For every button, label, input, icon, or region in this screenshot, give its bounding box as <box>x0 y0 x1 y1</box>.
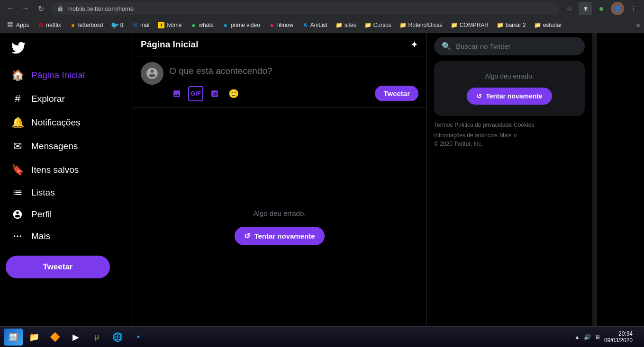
filmow-icon: ● <box>269 22 275 28</box>
profile-ext-button[interactable]: ● <box>595 2 608 15</box>
emoji-icon[interactable]: 🙂 <box>226 86 241 101</box>
browser-topbar: ← → ↻ mobile.twitter.com/home ☆ ⊞ ● 👤 ⋮ <box>0 0 644 17</box>
sidebar-item-notifications[interactable]: 🔔 Notificações <box>6 112 127 133</box>
vlc-button[interactable]: 🔶 <box>45 329 64 346</box>
sidebar-item-explore[interactable]: # Explorar <box>6 88 127 110</box>
bookmark-tvtime-label: tvtime <box>166 22 181 28</box>
right-retry-spinner-icon: ↺ <box>476 92 482 100</box>
bookmark-baixar2[interactable]: 📁 baixar 2 <box>493 20 530 30</box>
bookmark-apps[interactable]: Apps <box>4 20 33 30</box>
bookmark-netflix[interactable]: N netflix <box>34 20 64 30</box>
notifications-icon: 🔔 <box>11 116 24 129</box>
netflix-icon: N <box>37 22 44 28</box>
poll-icon[interactable] <box>207 86 222 101</box>
center-retry-button[interactable]: ↺ Tentar novamente <box>235 227 324 245</box>
twitter-logo[interactable] <box>6 37 127 61</box>
image-upload-icon[interactable] <box>169 86 184 101</box>
bookmarks-overflow[interactable]: » <box>636 21 640 29</box>
svg-rect-3 <box>10 24 13 27</box>
url-text: mobile.twitter.com/home <box>67 5 134 12</box>
bookmark-star-button[interactable]: ☆ <box>562 2 576 15</box>
footer-link-more[interactable]: Mais ∨ <box>499 132 517 139</box>
bookmark-comprar[interactable]: 📁 COMPRAR <box>447 20 492 30</box>
user-avatar-button[interactable]: 👤 <box>611 2 624 15</box>
sparkle-icon[interactable]: ✦ <box>410 39 418 50</box>
sites-folder-icon: 📁 <box>336 22 343 28</box>
bookmark-primevideo[interactable]: ● prime video <box>218 20 264 30</box>
sidebar-lists-label: Listas <box>31 187 55 198</box>
bookmark-roteiro[interactable]: 📁 Roteiro/Dicas <box>396 20 446 30</box>
address-bar[interactable]: mobile.twitter.com/home <box>51 2 559 15</box>
scrollbar-track[interactable] <box>592 33 597 347</box>
refresh-button[interactable]: ↻ <box>34 2 47 15</box>
sidebar-tweet-button[interactable]: Tweetar <box>6 256 110 278</box>
bookmark-netflix-label: netflix <box>46 22 61 28</box>
sidebar-item-profile[interactable]: Perfil <box>6 205 127 224</box>
sidebar-item-lists[interactable]: Listas <box>6 183 127 203</box>
media-player-button[interactable]: ▶ <box>66 329 85 346</box>
tt-icon: 🐦 <box>111 22 118 28</box>
bookmark-estudar[interactable]: 📁 estudar <box>531 20 566 30</box>
tweet-input[interactable] <box>169 62 418 80</box>
mal-icon: M <box>132 22 138 28</box>
svg-rect-0 <box>8 22 10 24</box>
bookmark-tt[interactable]: 🐦 tt <box>108 20 127 30</box>
svg-point-5 <box>17 235 18 237</box>
bookmark-filmow[interactable]: ● filmow <box>265 20 297 30</box>
center-error-text: Algo deu errado. <box>254 209 306 217</box>
sidebar-notifications-label: Notificações <box>31 117 81 128</box>
menu-button[interactable]: ⋮ <box>627 2 640 15</box>
footer-copyright: © 2020 Twitter, Inc. <box>434 141 585 147</box>
bookmark-letterboxd-label: letterboxd <box>78 22 103 28</box>
file-explorer-button[interactable]: 📁 <box>25 329 44 346</box>
utorrent-button[interactable]: μ <box>87 329 106 346</box>
bookmark-anilist[interactable]: A AniList <box>298 20 331 30</box>
home-icon: 🏠 <box>11 69 24 81</box>
footer-link-cookies[interactable]: Cookies <box>514 122 534 128</box>
sidebar-item-home[interactable]: 🏠 Página Inicial <box>6 64 127 86</box>
bookmark-sites-label: sites <box>345 22 356 28</box>
bookmark-whats[interactable]: ● whats <box>186 20 217 30</box>
sidebar-item-messages[interactable]: ✉ Mensagens <box>6 135 127 157</box>
tweet-submit-button[interactable]: Tweetar <box>375 86 418 101</box>
volume-icon[interactable]: 🔊 <box>584 334 591 340</box>
messages-icon: ✉ <box>11 140 24 152</box>
bookmark-cursos[interactable]: 📁 Cursos <box>361 20 395 30</box>
right-retry-button[interactable]: ↺ Tentar novamente <box>467 88 552 105</box>
extensions-button[interactable]: ⊞ <box>579 2 592 15</box>
search-bar[interactable]: 🔍 <box>434 37 585 55</box>
footer-links: Termos Política de privacidade Cookies <box>434 122 585 128</box>
right-column: 🔍 Algo deu errado. ↺ Tentar novamente Te… <box>426 33 592 347</box>
composer-right: GIF 🙂 Tweetar <box>169 62 418 101</box>
sidebar-item-saved[interactable]: 🔖 Itens salvos <box>6 159 127 181</box>
tray-up-icon: ▲ <box>574 334 580 340</box>
center-header: Página Inicial ✦ <box>133 33 426 56</box>
retry-spinner-icon: ↺ <box>244 231 250 240</box>
center-error-state: Algo deu errado. ↺ Tentar novamente <box>133 107 426 347</box>
search-input[interactable] <box>456 42 577 50</box>
browser-right-icons: ☆ ⊞ ● 👤 ⋮ <box>562 2 640 15</box>
forward-button[interactable]: → <box>19 2 32 15</box>
sidebar-profile-label: Perfil <box>31 209 52 220</box>
bookmark-tvtime[interactable]: T tvtime <box>154 20 185 30</box>
start-button[interactable]: 🪟 <box>4 329 23 346</box>
footer-link-privacy[interactable]: Política de privacidade <box>454 122 512 128</box>
lock-icon <box>57 5 63 12</box>
sidebar-item-more[interactable]: Mais <box>6 226 127 246</box>
chrome-button[interactable]: 🌐 <box>108 329 127 346</box>
letterboxd-icon: ● <box>70 22 76 28</box>
display-icon[interactable]: 🖥 <box>595 334 600 340</box>
right-retry-label: Tentar novamente <box>486 92 543 100</box>
app-button[interactable]: ▪ <box>129 329 148 346</box>
bookmark-sites[interactable]: 📁 sites <box>332 20 360 30</box>
bookmark-mal[interactable]: M mal <box>128 20 153 30</box>
back-button[interactable]: ← <box>4 2 17 15</box>
footer-link-terms[interactable]: Termos <box>434 122 453 128</box>
bookmark-letterboxd[interactable]: ● letterboxd <box>66 20 107 30</box>
bookmark-whats-label: whats <box>199 22 213 28</box>
page-title: Página Inicial <box>141 39 198 50</box>
center-column: Página Inicial ✦ GIF <box>133 33 426 347</box>
footer-link-ads[interactable]: Informações de anúncios <box>434 132 498 139</box>
main-layout: 🏠 Página Inicial # Explorar 🔔 Notificaçõ… <box>0 33 644 347</box>
gif-icon[interactable]: GIF <box>188 86 203 101</box>
